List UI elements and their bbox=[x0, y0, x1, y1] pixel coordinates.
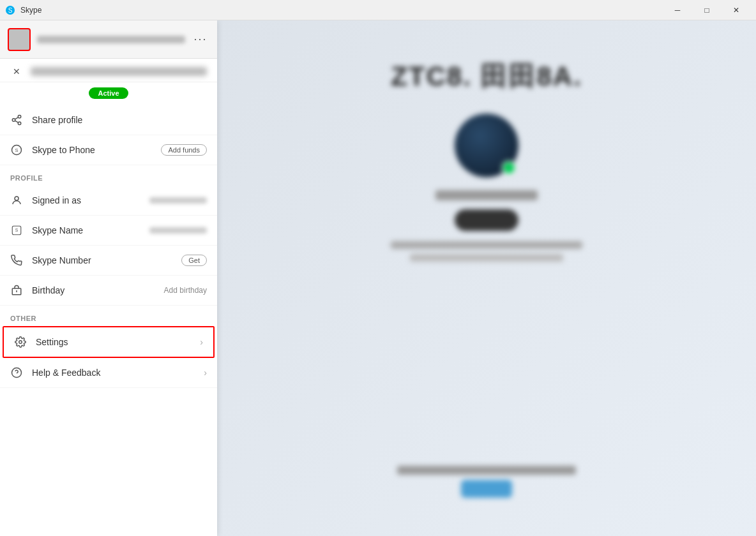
share-icon bbox=[10, 114, 23, 126]
blurred-overlay: ZTC8. 田田8A. bbox=[217, 20, 756, 536]
profile-panel: ✕ Active Share profile bbox=[0, 59, 217, 536]
svg-text:S: S bbox=[8, 7, 13, 14]
titlebar: S Skype ─ □ ✕ bbox=[0, 0, 756, 20]
blurred-bottom bbox=[397, 466, 576, 498]
settings-label: Settings bbox=[36, 337, 191, 347]
svg-line-6 bbox=[15, 117, 18, 119]
skype-phone-icon: S bbox=[10, 144, 23, 156]
blurred-title: ZTC8. 田田8A. bbox=[391, 59, 582, 94]
sidebar-header: ··· bbox=[0, 20, 217, 59]
active-badge-row: Active bbox=[0, 82, 217, 105]
svg-point-9 bbox=[15, 197, 19, 200]
skype-to-phone-label: Skype to Phone bbox=[32, 145, 152, 155]
skype-number-label: Skype Number bbox=[32, 255, 172, 265]
blurred-username bbox=[435, 190, 538, 200]
close-panel-button[interactable]: ✕ bbox=[10, 66, 23, 77]
signed-in-as-label: Signed in as bbox=[32, 195, 140, 205]
signed-in-value bbox=[149, 197, 207, 204]
get-number-button[interactable]: Get bbox=[181, 255, 207, 266]
blurred-bottom-line bbox=[397, 466, 576, 475]
svg-line-5 bbox=[15, 121, 18, 123]
more-options-button[interactable]: ··· bbox=[192, 31, 209, 48]
avatar[interactable] bbox=[8, 28, 31, 51]
skype-number-item[interactable]: Skype Number Get bbox=[0, 246, 217, 276]
blurred-action-btn bbox=[455, 209, 518, 231]
username-blur bbox=[37, 36, 185, 43]
blurred-bio-line1 bbox=[391, 241, 582, 249]
profile-name-blur bbox=[31, 67, 207, 76]
close-button[interactable]: ✕ bbox=[722, 0, 751, 20]
help-chevron-icon: › bbox=[204, 368, 207, 378]
sidebar: ··· ✕ Active Share profile bbox=[0, 20, 217, 536]
svg-point-2 bbox=[18, 115, 21, 119]
add-birthday-text[interactable]: Add birthday bbox=[164, 286, 207, 295]
share-profile-label: Share profile bbox=[32, 115, 207, 125]
skype-name-label: Skype Name bbox=[32, 225, 140, 235]
help-feedback-item[interactable]: Help & Feedback › bbox=[0, 358, 217, 388]
maximize-button[interactable]: □ bbox=[692, 0, 722, 20]
birthday-item[interactable]: Birthday Add birthday bbox=[0, 276, 217, 306]
blurred-avatar bbox=[455, 114, 518, 177]
skype-name-value bbox=[149, 227, 207, 234]
active-badge: Active bbox=[89, 87, 128, 99]
skype-icon: S bbox=[5, 5, 15, 15]
settings-icon bbox=[14, 336, 27, 348]
svg-point-4 bbox=[18, 122, 21, 125]
app-container: ··· ✕ Active Share profile bbox=[0, 20, 756, 536]
titlebar-title: Skype bbox=[20, 6, 42, 15]
svg-text:S: S bbox=[15, 147, 18, 153]
close-row: ✕ bbox=[0, 59, 217, 82]
skype-to-phone-item[interactable]: S Skype to Phone Add funds bbox=[0, 135, 217, 165]
profile-section-label: PROFILE bbox=[0, 165, 217, 186]
minimize-button[interactable]: ─ bbox=[663, 0, 692, 20]
svg-point-14 bbox=[19, 341, 22, 344]
svg-text:S: S bbox=[15, 228, 19, 232]
svg-point-3 bbox=[12, 119, 15, 122]
phone-icon bbox=[10, 254, 23, 267]
person-icon bbox=[10, 194, 23, 207]
main-content: ZTC8. 田田8A. bbox=[217, 20, 756, 536]
share-profile-item[interactable]: Share profile bbox=[0, 105, 217, 135]
skype-name-item: S Skype Name bbox=[0, 216, 217, 246]
other-section-label: OTHER bbox=[0, 306, 217, 326]
titlebar-left: S Skype bbox=[5, 5, 42, 15]
help-feedback-label: Help & Feedback bbox=[32, 368, 195, 378]
settings-item[interactable]: Settings › bbox=[3, 326, 215, 358]
add-funds-button[interactable]: Add funds bbox=[161, 144, 207, 156]
skype-name-icon: S bbox=[10, 224, 23, 237]
titlebar-controls: ─ □ ✕ bbox=[663, 0, 751, 20]
blurred-bio-line2 bbox=[410, 254, 563, 262]
birthday-label: Birthday bbox=[32, 285, 155, 295]
blurred-bottom-btn bbox=[461, 480, 512, 498]
birthday-icon bbox=[10, 284, 23, 297]
settings-chevron-icon: › bbox=[200, 337, 203, 347]
signed-in-as-item: Signed in as bbox=[0, 186, 217, 216]
help-icon bbox=[10, 366, 23, 379]
